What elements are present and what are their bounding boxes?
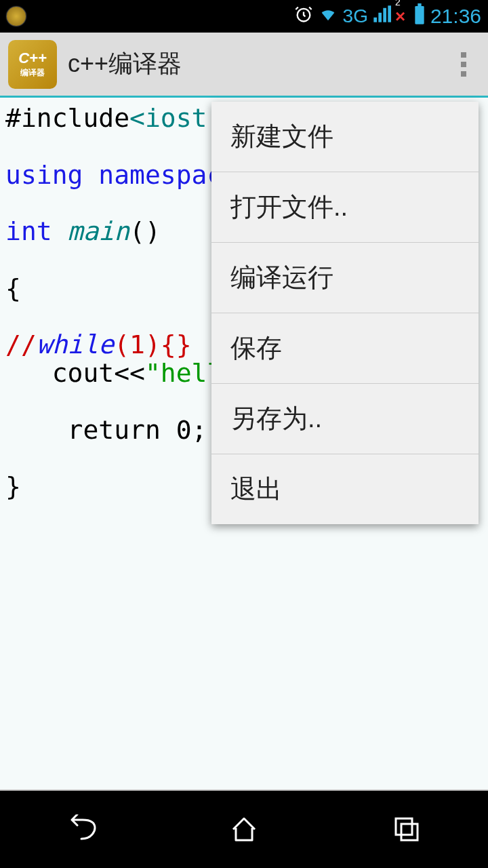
back-button[interactable]	[54, 809, 108, 850]
svg-rect-4	[401, 824, 418, 840]
battery-icon	[413, 3, 426, 30]
network-type: 3G	[343, 5, 368, 27]
svg-rect-1	[415, 6, 424, 24]
signal-icon	[372, 5, 391, 28]
overflow-menu-button[interactable]	[447, 48, 480, 81]
app-bar: C++ 编译器 c++编译器	[0, 33, 488, 98]
alarm-icon	[294, 5, 313, 28]
menu-item-save[interactable]: 保存	[211, 313, 479, 384]
dropdown-menu: 新建文件 打开文件.. 编译运行 保存 另存为.. 退出	[211, 102, 479, 524]
menu-item-compile-run[interactable]: 编译运行	[211, 243, 479, 313]
app-indicator-icon	[7, 7, 26, 26]
svg-rect-3	[396, 818, 412, 835]
clock: 21:36	[430, 5, 481, 28]
menu-item-open-file[interactable]: 打开文件..	[211, 172, 479, 243]
menu-item-new-file[interactable]: 新建文件	[211, 102, 479, 172]
recent-apps-button[interactable]	[380, 809, 434, 850]
wifi-icon	[317, 5, 339, 28]
menu-item-save-as[interactable]: 另存为..	[211, 384, 479, 454]
app-title: c++编译器	[68, 47, 447, 81]
svg-rect-2	[418, 3, 421, 6]
app-icon: C++ 编译器	[8, 40, 57, 89]
status-bar: 3G 2 × 21:36	[0, 0, 488, 33]
menu-item-exit[interactable]: 退出	[211, 454, 479, 524]
sim-indicator: 2 ×	[395, 6, 409, 27]
navigation-bar	[0, 791, 488, 868]
home-button[interactable]	[217, 809, 271, 850]
